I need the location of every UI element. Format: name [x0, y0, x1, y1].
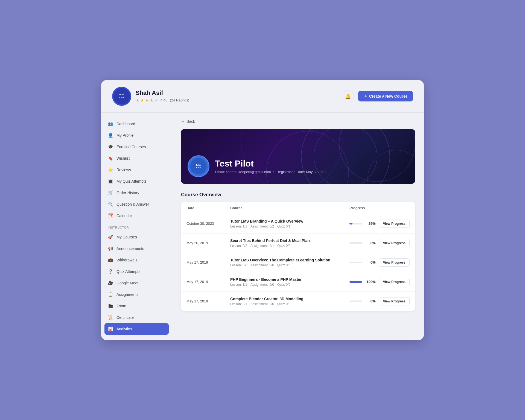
order-icon: 🛒 — [108, 190, 113, 196]
row-date-0: October 30, 2023 — [186, 221, 230, 226]
user-name: Shah Asif — [136, 89, 189, 97]
lesson-0: Lesson: 1/1 — [230, 224, 247, 228]
lesson-2: Lesson: 0/0 — [230, 263, 247, 267]
assignment-4: Assignment: 0/0 — [250, 302, 274, 306]
sidebar-item-quiz-attempts[interactable]: 🔳 My Quiz Attempts — [101, 176, 172, 187]
notification-bell-button[interactable]: 🔔 — [342, 90, 354, 102]
sidebar-label-my-courses: My Courses — [116, 235, 137, 239]
quiz-icon: 🔳 — [108, 179, 113, 184]
sidebar-item-analytics[interactable]: 📊 Analytics — [104, 323, 169, 335]
calendar-icon: 📅 — [108, 213, 113, 218]
sidebar-item-withdrawals[interactable]: 💼 Withdrawals — [101, 254, 172, 266]
lesson-1: Lesson: 0/2 — [230, 244, 247, 248]
sidebar-label-quiz-attempts-inst: Quiz Attempts — [116, 269, 140, 274]
row-progress-3: 100% View Progress — [349, 278, 410, 286]
banner-title: Test Pilot — [215, 159, 325, 169]
course-name-3: PHP Beginners - Become a PHP Master — [230, 277, 349, 282]
quiz-0: Quiz: 0/1 — [277, 224, 290, 228]
view-progress-button-3[interactable]: View Progress — [379, 278, 410, 286]
sidebar-label-certificate: Certificate — [116, 315, 134, 320]
sidebar-item-qa[interactable]: 🔍 Question & Answer — [101, 199, 172, 210]
sidebar-item-certificate[interactable]: 📜 Certificate — [101, 312, 172, 323]
progress-bar-wrap-3 — [349, 281, 362, 283]
progress-pct-3: 100% — [365, 280, 376, 284]
back-arrow-icon: ← — [181, 119, 185, 124]
certificate-icon: 📜 — [108, 315, 113, 320]
sidebar-item-zoom[interactable]: 🎬 Zoom — [101, 300, 172, 312]
sidebar: 👥 Dashboard 👤 My Profile 🎓 Enrolled Cour… — [101, 113, 172, 340]
sidebar-label-enrolled-courses: Enrolled Courses — [116, 145, 146, 149]
table-row: October 30, 2023 Tutor LMS Branding – A … — [181, 214, 415, 234]
star-3: ★ — [145, 98, 149, 103]
view-progress-button-1[interactable]: View Progress — [379, 239, 410, 247]
row-course-1: Secret Tips Behind Perfect Diet & Meal P… — [230, 238, 349, 248]
reviews-icon: ⭐ — [108, 167, 113, 173]
progress-pct-4: 0% — [365, 299, 376, 303]
quiz-3: Quiz: 0/0 — [277, 283, 290, 287]
sidebar-item-announcements[interactable]: 📢 Announcements — [101, 243, 172, 254]
sidebar-item-quiz-attempts-inst[interactable]: ❓ Quiz Attempts — [101, 266, 172, 277]
sidebar-item-my-profile[interactable]: 👤 My Profile — [101, 130, 172, 141]
lesson-3: Lesson: 1/1 — [230, 283, 247, 287]
col-header-progress: Progress — [349, 206, 410, 210]
row-date-2: May 17, 2019 — [186, 260, 230, 264]
sidebar-label-calendar: Calendar — [116, 214, 132, 218]
star-2: ★ — [140, 98, 144, 103]
assignment-3: Assignment: 0/0 — [250, 283, 274, 287]
analytics-icon: 📊 — [108, 326, 113, 332]
back-label: Back — [186, 119, 195, 124]
course-meta-0: Lesson: 1/1 Assignment: 0/2 Quiz: 0/1 — [230, 224, 349, 228]
col-header-date: Date — [186, 206, 230, 210]
section-title: Course Overview — [181, 192, 415, 198]
sidebar-item-google-meet[interactable]: 🎥 Google Meet — [101, 277, 172, 289]
row-progress-2: 0% View Progress — [349, 258, 410, 267]
progress-bar-fill-3 — [349, 281, 362, 283]
assignment-0: Assignment: 0/2 — [250, 224, 274, 228]
row-date-3: May 17, 2019 — [186, 280, 230, 284]
sidebar-item-wishlist[interactable]: 🔖 Wishlist — [101, 153, 172, 164]
course-name-4: Complete Blender Creator, 3D Modelling — [230, 297, 349, 301]
banner-registration: Registration Date: May 3, 2023 — [276, 170, 325, 174]
sidebar-item-order-history[interactable]: 🛒 Order History — [101, 187, 172, 199]
banner-separator: • — [273, 170, 275, 174]
sidebar-label-reviews: Reviews — [116, 168, 131, 172]
assignments-icon: 📋 — [108, 292, 113, 297]
table-header: Date Course Progress — [181, 202, 415, 214]
wishlist-icon: 🔖 — [108, 156, 113, 161]
row-progress-4: 0% View Progress — [349, 297, 410, 305]
create-course-button[interactable]: ＋ Create a New Course — [358, 91, 413, 101]
sidebar-item-dashboard[interactable]: 👥 Dashboard — [101, 118, 172, 130]
sidebar-label-assignments: Assignments — [116, 292, 138, 297]
quiz-2: Quiz: 0/0 — [277, 263, 290, 267]
view-progress-button-0[interactable]: View Progress — [379, 220, 410, 228]
view-progress-button-2[interactable]: View Progress — [379, 258, 410, 267]
sidebar-item-calendar[interactable]: 📅 Calendar — [101, 210, 172, 221]
back-link[interactable]: ← Back — [181, 119, 415, 124]
progress-bar-wrap-0 — [349, 223, 362, 224]
quiz-inst-icon: ❓ — [108, 269, 113, 274]
progress-bar-fill-0 — [349, 223, 352, 224]
banner-avatar: TutorLMS — [188, 155, 209, 177]
row-date-1: May 20, 2019 — [186, 241, 230, 245]
banner-content: TutorLMS Test Pilot Email: finders_keepe… — [188, 155, 325, 177]
main-content: ← Back — [172, 113, 424, 340]
progress-pct-1: 0% — [365, 241, 376, 245]
course-overview-section: Course Overview Date Course Progress Oct… — [181, 192, 415, 311]
user-info: Shah Asif ★ ★ ★ ★ ★ 4.46 (24 Ratings) — [136, 89, 189, 103]
announcements-icon: 📢 — [108, 246, 113, 251]
banner-meta: Email: finders_keepers@gmail.com • Regis… — [215, 170, 325, 174]
sidebar-label-google-meet: Google Meet — [116, 281, 138, 285]
banner-text: Test Pilot Email: finders_keepers@gmail.… — [215, 159, 325, 174]
view-progress-button-4[interactable]: View Progress — [379, 297, 410, 305]
sidebar-item-assignments[interactable]: 📋 Assignments — [101, 289, 172, 300]
sidebar-item-my-courses[interactable]: 🚀 My Courses — [101, 231, 172, 243]
sidebar-item-reviews[interactable]: ⭐ Reviews — [101, 164, 172, 176]
sidebar-item-enrolled-courses[interactable]: 🎓 Enrolled Courses — [101, 141, 172, 153]
progress-pct-0: 25% — [365, 221, 376, 226]
body-layout: 👥 Dashboard 👤 My Profile 🎓 Enrolled Cour… — [101, 113, 424, 340]
ratings-count: (24 Ratings) — [170, 98, 189, 102]
course-table: Date Course Progress October 30, 2023 Tu… — [181, 202, 415, 311]
row-course-3: PHP Beginners - Become a PHP Master Less… — [230, 277, 349, 287]
progress-bar-wrap-2 — [349, 262, 362, 263]
assignment-1: Assignment: 0/1 — [250, 244, 274, 248]
